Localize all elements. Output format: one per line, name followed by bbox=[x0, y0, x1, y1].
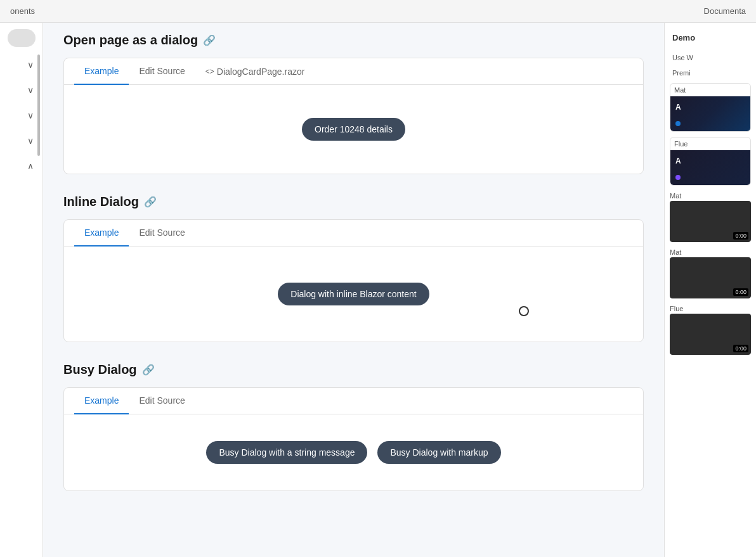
sidebar-item-4[interactable]: ∨ bbox=[4, 133, 39, 148]
chevron-down-icon-4: ∨ bbox=[27, 136, 34, 146]
topbar-right: Documenta bbox=[704, 6, 746, 16]
right-panel-mat-card-1[interactable]: Mat A bbox=[670, 83, 751, 132]
right-panel-flue-label-1: Flue bbox=[670, 138, 750, 150]
right-panel-thumb-label-3: Flue bbox=[670, 304, 751, 314]
section-title-inline: Inline Dialog bbox=[63, 195, 139, 209]
sidebar-item-1[interactable]: ∨ bbox=[4, 57, 39, 72]
tab-edit-source-2[interactable]: Edit Source bbox=[129, 220, 195, 246]
sidebar-toggle[interactable] bbox=[8, 29, 36, 47]
tab-example-2[interactable]: Example bbox=[74, 220, 129, 246]
right-panel-mat-text-1: A bbox=[675, 103, 681, 112]
right-panel-flue-text-1: A bbox=[675, 157, 681, 165]
right-panel-thumbnail-3[interactable]: Flue 0:00 bbox=[670, 304, 751, 355]
section-link-busy[interactable]: 🔗 bbox=[142, 364, 155, 376]
tab-example-1[interactable]: Example bbox=[74, 58, 129, 85]
sidebar-item-2[interactable]: ∨ bbox=[4, 82, 39, 98]
cursor-indicator bbox=[519, 306, 529, 316]
sidebar-item-5[interactable]: ∧ bbox=[4, 158, 39, 174]
right-panel-premi: Premi bbox=[670, 68, 751, 78]
file-name-1: DialogCardPage.razor bbox=[217, 67, 305, 77]
section-link-inline[interactable]: 🔗 bbox=[144, 196, 157, 208]
time-badge-3: 0:00 bbox=[733, 345, 748, 352]
right-panel-flue-card-1[interactable]: Flue A bbox=[670, 137, 751, 186]
sidebar-item-3[interactable]: ∨ bbox=[4, 108, 39, 123]
chevron-down-icon-3: ∨ bbox=[27, 110, 34, 120]
right-panel-mat-label-1: Mat bbox=[670, 84, 750, 96]
blue-dot-1 bbox=[675, 121, 681, 126]
purple-dot-1 bbox=[675, 175, 681, 180]
topbar-left: onents bbox=[10, 6, 35, 16]
right-panel-thumb-label-1: Mat bbox=[670, 191, 751, 201]
busy-dialog-string-button[interactable]: Busy Dialog with a string message bbox=[206, 441, 367, 464]
busy-dialog-markup-button[interactable]: Busy Dialog with markup bbox=[377, 441, 500, 464]
inline-blazor-button[interactable]: Dialog with inline Blazor content bbox=[278, 283, 429, 305]
section-title-open-page: Open page as a dialog bbox=[63, 33, 198, 48]
right-panel-header: Demo bbox=[670, 30, 751, 48]
right-panel-thumbnail-1[interactable]: Mat 0:00 bbox=[670, 191, 751, 242]
chevron-down-icon-2: ∨ bbox=[27, 85, 34, 95]
time-badge-2: 0:00 bbox=[733, 288, 748, 296]
code-brackets-icon-1: <> bbox=[205, 67, 214, 76]
section-link-open-page[interactable]: 🔗 bbox=[203, 34, 216, 46]
chevron-down-icon-1: ∨ bbox=[27, 60, 34, 70]
right-panel-thumb-label-2: Mat bbox=[670, 247, 751, 257]
tab-file-1[interactable]: <> DialogCardPage.razor bbox=[195, 59, 315, 84]
tab-edit-source-3[interactable]: Edit Source bbox=[129, 388, 195, 414]
tab-example-3[interactable]: Example bbox=[74, 388, 129, 414]
section-title-busy: Busy Dialog bbox=[63, 362, 137, 377]
chevron-up-icon: ∧ bbox=[27, 161, 34, 171]
right-panel-use-w: Use W bbox=[670, 53, 751, 63]
time-badge-1: 0:00 bbox=[733, 232, 748, 240]
right-panel-thumbnail-2[interactable]: Mat 0:00 bbox=[670, 247, 751, 298]
order-details-button[interactable]: Order 10248 details bbox=[302, 118, 405, 141]
tab-edit-source-1[interactable]: Edit Source bbox=[129, 58, 195, 85]
sidebar-scrollbar bbox=[37, 54, 40, 156]
